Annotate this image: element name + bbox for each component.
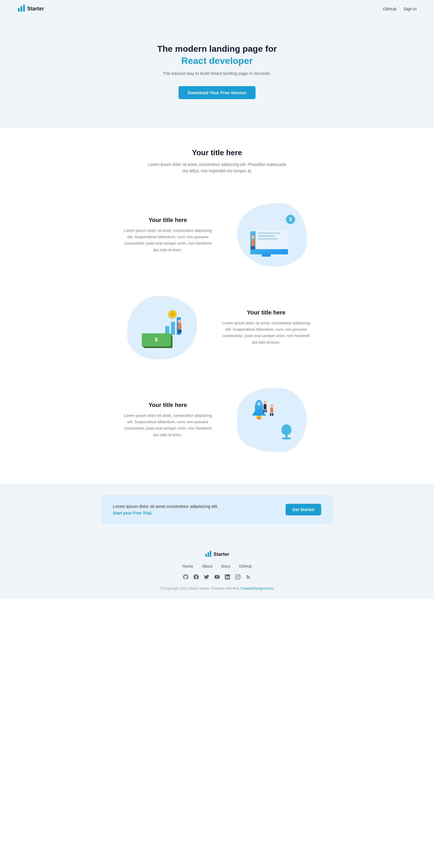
feature-3-blob <box>237 388 307 452</box>
feature-3-title: Your title here <box>121 402 214 408</box>
hero-line1: The modern landing page for <box>11 44 423 54</box>
cta-description: Lorem ipsum dolor sit amet consectetur a… <box>113 504 218 509</box>
footer-link-home[interactable]: Home <box>182 564 193 568</box>
hero-cta-button[interactable]: Download Your Free Version <box>178 86 256 99</box>
sf-legs-3b <box>270 413 273 416</box>
figure-3a <box>263 401 267 412</box>
blob-content-1: $ <box>246 212 298 258</box>
laptop-line-3 <box>258 238 278 240</box>
sf-leg-2b <box>180 330 181 333</box>
features-section: Your title here Lorem ipsum dolor sit am… <box>0 183 434 484</box>
sf-leg-3ab <box>265 410 267 412</box>
sf-leg-2a <box>178 330 179 333</box>
svg-rect-2 <box>23 5 25 11</box>
feature-3-illustration <box>231 388 313 452</box>
youtube-social-icon[interactable] <box>214 574 220 580</box>
feature-row-1: Your title here Lorem ipsum dolor sit am… <box>87 189 347 281</box>
footer-copyright: © Copyright 2021 Nextjs Starter. Powered… <box>11 586 423 591</box>
feature-1-text: Your title here Lorem ipsum dolor sit am… <box>121 217 214 253</box>
dollar-circle: $ <box>286 215 295 224</box>
facebook-social-icon[interactable] <box>193 574 199 580</box>
sf-head-2 <box>178 319 181 323</box>
svg-rect-4 <box>207 552 209 557</box>
footer-link-about[interactable]: About <box>202 564 213 568</box>
twitter-social-icon[interactable] <box>203 574 210 580</box>
rocket-trophy-illustration <box>248 398 296 442</box>
footer-logo-icon <box>205 550 212 559</box>
feature-2-blob: $ $ <box>127 296 197 359</box>
sf-head-3a <box>264 401 267 404</box>
section-intro-title: Your title here <box>11 148 423 157</box>
footer: Starter Home About Docs GitHub © Copyrig… <box>0 536 434 599</box>
laptop-line-2 <box>258 235 275 237</box>
sf-body-1 <box>251 239 255 246</box>
laptop-line-1 <box>258 232 280 234</box>
logo[interactable]: Starter <box>17 4 44 13</box>
creative-designs-link[interactable]: CreativeDesignsGuru <box>240 586 274 591</box>
rocket-body <box>255 400 263 416</box>
heart-icon: ♥ <box>233 586 236 591</box>
laptop-illustration: $ <box>248 213 296 257</box>
feature-2-description: Lorem ipsum dolor sit amet, consectetur … <box>220 320 313 346</box>
sf-body-2 <box>178 323 181 329</box>
blob-content-3 <box>246 397 298 443</box>
feature-1-illustration: $ <box>231 203 313 267</box>
footer-logo: Starter <box>11 550 423 559</box>
footer-socials <box>11 574 423 580</box>
rocket-window <box>258 403 260 406</box>
navbar: Starter GitHub Sign in <box>0 0 434 18</box>
sf-body-3a <box>264 404 266 409</box>
sf-head-1 <box>251 235 255 239</box>
figure-3b <box>270 404 273 416</box>
cta-section: Lorem ipsum dolor sit amet consectetur a… <box>0 484 434 536</box>
sf-leg-1a <box>251 246 253 249</box>
feature-2-illustration: $ $ <box>121 296 203 359</box>
cta-trial-link[interactable]: Start your Free Trial. <box>113 511 152 515</box>
feature-3-description: Lorem ipsum dolor sit amet, consectetur … <box>121 412 214 438</box>
sf-leg-3bb <box>272 413 273 416</box>
rss-social-icon[interactable] <box>245 574 252 580</box>
svg-rect-3 <box>205 554 207 557</box>
blob-content-2: $ $ <box>136 304 188 351</box>
trophy-cup <box>282 424 291 435</box>
feature-2-title: Your title here <box>220 309 313 316</box>
figure-1 <box>249 235 257 250</box>
sf-leg-3ba <box>270 413 271 416</box>
github-nav-link[interactable]: GitHub <box>383 6 396 11</box>
feature-1-description: Lorem ipsum dolor sit amet, consectetur … <box>121 227 214 253</box>
svg-rect-1 <box>21 6 22 11</box>
feature-1-title: Your title here <box>121 217 214 223</box>
footer-link-github[interactable]: GitHub <box>239 564 252 568</box>
footer-brand-name: Starter <box>213 552 229 557</box>
feature-3-text: Your title here Lorem ipsum dolor sit am… <box>121 402 214 438</box>
feature-1-blob: $ <box>237 203 307 267</box>
sf-legs-3a <box>263 410 267 412</box>
sf-head-3b <box>270 404 273 407</box>
cta-get-started-button[interactable]: Get Started <box>286 504 321 515</box>
svg-rect-5 <box>210 551 211 557</box>
logo-icon <box>17 4 26 13</box>
figure-2 <box>178 319 181 333</box>
sf-leg-1b <box>253 246 255 249</box>
hero-section: The modern landing page for React develo… <box>0 18 434 128</box>
cta-text: Lorem ipsum dolor sit amet consectetur a… <box>113 504 218 516</box>
footer-link-docs[interactable]: Docs <box>221 564 230 568</box>
hero-description: The easiest way to build React landing p… <box>11 71 423 76</box>
nav-links: GitHub Sign in <box>383 6 417 11</box>
brand-name: Starter <box>27 6 44 12</box>
gold-coin: $ <box>168 310 176 318</box>
feature-2-text: Your title here Lorem ipsum dolor sit am… <box>220 309 313 346</box>
trophy-stem <box>285 435 288 438</box>
github-social-icon[interactable] <box>182 574 189 580</box>
rocket-fire <box>257 416 261 420</box>
signin-nav-link[interactable]: Sign in <box>403 6 417 11</box>
feature-row-2: Your title here Lorem ipsum dolor sit am… <box>87 281 347 374</box>
linkedin-social-icon[interactable] <box>224 574 231 580</box>
laptop-stand <box>262 254 270 257</box>
instagram-social-icon[interactable] <box>235 574 241 580</box>
sf-body-3b <box>270 408 273 413</box>
sf-leg-3aa <box>263 410 265 412</box>
svg-rect-0 <box>18 8 20 11</box>
laptop-screen <box>256 230 288 249</box>
section-intro: Your title here Lorem ipsum dolor sit am… <box>0 128 434 183</box>
